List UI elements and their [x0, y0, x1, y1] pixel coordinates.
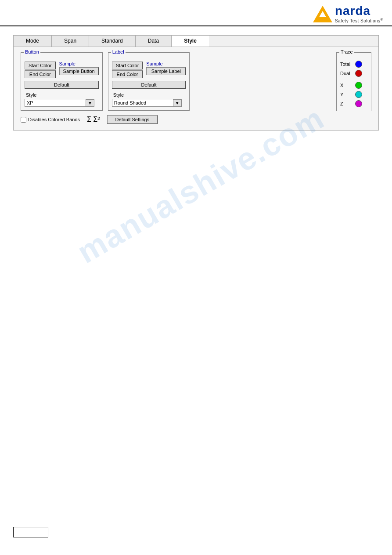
sample-label-button[interactable]: Sample Label: [146, 67, 186, 75]
trace-dual-label: Dual: [340, 71, 352, 76]
label-default-row: Default: [112, 81, 186, 89]
trace-y-color[interactable]: [355, 91, 362, 98]
button-default-btn[interactable]: Default: [25, 81, 99, 89]
tab-standard[interactable]: Standard: [89, 36, 136, 47]
tab-style[interactable]: Style: [172, 36, 209, 47]
tab-bar: Mode Span Standard Data Style: [13, 35, 379, 47]
label-sample-label: Sample: [146, 61, 162, 66]
button-default-row: Default: [25, 81, 99, 89]
sections-row: Button Start Color End Color Sample Samp…: [21, 52, 332, 111]
trace-x-color[interactable]: [355, 82, 362, 89]
label-section: Label Start Color End Color Sample Sampl…: [108, 52, 190, 111]
button-start-color[interactable]: Start Color: [25, 62, 56, 69]
button-style-section: Style XP Flat 3D Round ▼: [25, 92, 99, 107]
button-section-label: Button: [24, 49, 40, 54]
trace-y-label: Y: [340, 92, 352, 97]
button-color-btns: Start Color End Color: [25, 62, 56, 78]
bottom-left-box: [13, 527, 48, 537]
button-sample-area: Sample Sample Button: [59, 61, 99, 75]
logo-area: narda Safety Test Solutions®: [313, 4, 383, 23]
logo-name: narda: [335, 4, 383, 18]
button-style-select[interactable]: XP Flat 3D Round: [25, 99, 86, 107]
label-style-label: Style: [112, 92, 186, 98]
label-section-label: Label: [111, 49, 126, 54]
label-sample-area: Sample Sample Label: [146, 61, 186, 75]
trace-total-row: Total: [340, 61, 367, 68]
button-sample-label: Sample: [59, 61, 76, 66]
panel-inner: Button Start Color End Color Sample Samp…: [21, 52, 371, 124]
panel-box: Button Start Color End Color Sample Samp…: [13, 47, 379, 131]
trace-y-row: Y: [340, 91, 367, 98]
tab-mode[interactable]: Mode: [14, 36, 52, 47]
trace-x-row: X: [340, 82, 367, 89]
trace-dual-row: Dual: [340, 70, 367, 77]
label-style-section: Style Round Shaded Flat XP 3D ▼: [112, 92, 186, 107]
label-color-btns: Start Color End Color: [112, 62, 143, 78]
tab-data[interactable]: Data: [136, 36, 172, 47]
header: narda Safety Test Solutions®: [0, 0, 392, 26]
main-content: Mode Span Standard Data Style Button Sta…: [0, 26, 392, 139]
logo-triangle-icon: [313, 6, 332, 22]
trace-z-color[interactable]: [355, 100, 362, 107]
tab-span[interactable]: Span: [52, 36, 89, 47]
trace-z-row: Z: [340, 100, 367, 107]
trace-total-label: Total: [340, 62, 352, 67]
trace-dual-color[interactable]: [355, 70, 362, 77]
label-color-row: Start Color End Color Sample Sample Labe…: [112, 58, 186, 78]
button-color-row: Start Color End Color Sample Sample Butt…: [25, 58, 99, 78]
trace-x-label: X: [340, 83, 352, 88]
logo-text: narda Safety Test Solutions®: [335, 4, 383, 23]
disables-colored-bands-text: Disables Colored Bands: [28, 117, 80, 122]
button-style-label: Style: [25, 92, 99, 98]
label-end-color[interactable]: End Color: [112, 70, 143, 78]
label-style-select[interactable]: Round Shaded Flat XP 3D: [112, 99, 173, 107]
label-style-dropdown-arrow-icon[interactable]: ▼: [173, 99, 182, 107]
label-start-color[interactable]: Start Color: [112, 62, 143, 69]
logo-reg: ®: [381, 18, 383, 22]
trace-total-color[interactable]: [355, 61, 362, 68]
sigma-symbols: Σ Σ²: [87, 116, 100, 123]
default-settings-button[interactable]: Default Settings: [107, 115, 158, 124]
button-section: Button Start Color End Color Sample Samp…: [21, 52, 103, 111]
disables-colored-bands-checkbox[interactable]: [21, 117, 26, 123]
trace-z-label: Z: [340, 101, 352, 106]
disables-colored-bands-label[interactable]: Disables Colored Bands: [21, 117, 80, 123]
label-style-dropdown-container: Round Shaded Flat XP 3D ▼: [112, 99, 186, 107]
button-end-color[interactable]: End Color: [25, 70, 56, 78]
bottom-row: Disables Colored Bands Σ Σ² Default Sett…: [21, 115, 332, 124]
sample-button[interactable]: Sample Button: [59, 67, 99, 75]
logo-subtitle: Safety Test Solutions®: [335, 18, 383, 23]
button-style-dropdown-arrow-icon[interactable]: ▼: [86, 99, 94, 107]
trace-section-label: Trace: [339, 49, 354, 54]
button-style-dropdown-container: XP Flat 3D Round ▼: [25, 99, 99, 107]
trace-section: Trace Total Dual X Y: [336, 52, 371, 111]
label-default-btn[interactable]: Default: [112, 81, 186, 89]
